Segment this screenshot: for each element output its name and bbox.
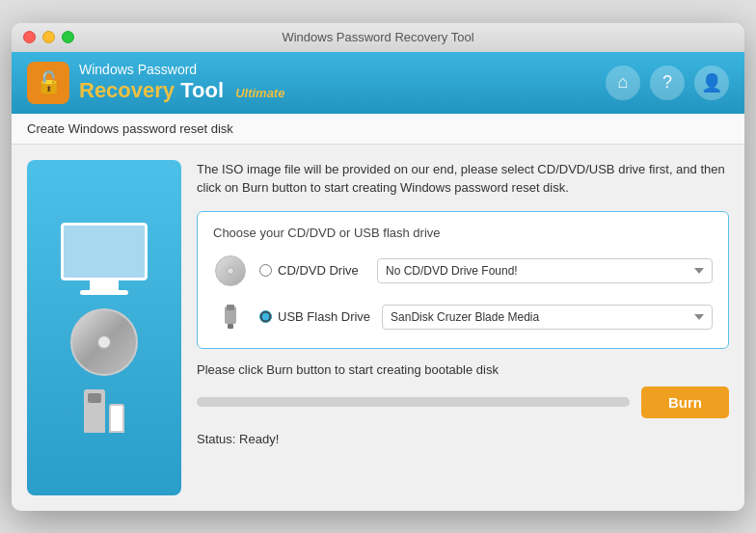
burn-description: Please click Burn button to start creati… [197,362,729,377]
right-panel: The ISO image file will be provided on o… [197,160,729,495]
user-icon: 👤 [701,72,722,93]
home-icon: ⌂ [618,72,629,93]
app-name-line2: Recovery Tool Ultimate [79,78,284,103]
cd-small-center [227,267,234,275]
usb-radio[interactable] [259,310,272,323]
recovery-text: Recovery [79,78,175,102]
minimize-button[interactable] [42,31,55,43]
app-window: Windows Password Recovery Tool 🔓 Windows… [12,23,744,511]
main-content: The ISO image file will be provided on o… [12,145,744,511]
cd-illustration [70,308,138,376]
app-header: 🔓 Windows Password Recovery Tool Ultimat… [12,52,744,114]
usb-small-svg [216,303,245,332]
cddvd-option-row: CD/DVD Drive No CD/DVD Drive Found! [213,253,713,288]
maximize-button[interactable] [62,31,74,43]
cddvd-radio[interactable] [259,264,272,277]
tool-text: Tool [180,78,224,102]
left-panel [27,160,181,495]
app-name: Windows Password Recovery Tool Ultimate [79,62,284,103]
drive-select-box: Choose your CD/DVD or USB flash drive CD… [197,211,729,349]
monitor-base [80,290,128,295]
app-name-line1: Windows Password [79,62,284,78]
window-title: Windows Password Recovery Tool [282,30,473,44]
progress-bar-background [197,397,630,407]
description-text: The ISO image file will be provided on o… [197,160,729,198]
header-icons: ⌂ ? 👤 [606,66,729,100]
subtitle-bar: Create Windows password reset disk [12,114,744,145]
window-controls [23,31,74,43]
logo-icon: 🔓 [27,62,69,104]
burn-button[interactable]: Burn [641,386,729,418]
usb-icon-small [213,300,248,334]
svg-rect-2 [228,324,233,329]
user-button[interactable]: 👤 [694,66,729,100]
drive-select-title: Choose your CD/DVD or USB flash drive [213,226,713,240]
ultimate-label: Ultimate [235,86,284,100]
cddvd-dropdown[interactable]: No CD/DVD Drive Found! [377,258,713,283]
usb-body [84,389,105,433]
cddvd-radio-label[interactable]: CD/DVD Drive [259,263,365,278]
monitor-stand [90,280,119,290]
usb-radio-label[interactable]: USB Flash Drive [259,309,370,324]
cd-icon-small [213,253,248,288]
help-icon: ? [662,72,672,93]
cd-small-disc [215,255,246,286]
burn-section: Please click Burn button to start creati… [197,362,729,418]
monitor-screen [61,223,148,280]
svg-rect-1 [227,305,234,310]
subtitle-text: Create Windows password reset disk [27,121,233,136]
usb-connector [88,393,101,403]
home-button[interactable]: ⌂ [606,66,640,100]
usb-label-text: USB Flash Drive [278,309,370,324]
usb-dropdown[interactable]: SanDisk Cruzer Blade Media [382,305,713,330]
cddvd-label-text: CD/DVD Drive [278,263,359,278]
close-button[interactable] [23,31,36,43]
app-logo: 🔓 Windows Password Recovery Tool Ultimat… [27,62,284,104]
cd-center [96,334,112,350]
usb-cap [109,404,124,433]
usb-illustration [84,389,124,433]
usb-option-row: USB Flash Drive SanDisk Cruzer Blade Med… [213,300,713,334]
help-button[interactable]: ? [650,66,685,100]
progress-row: Burn [197,386,729,418]
titlebar: Windows Password Recovery Tool [12,23,744,52]
status-text: Status: Ready! [197,432,729,446]
monitor-illustration [61,223,148,295]
